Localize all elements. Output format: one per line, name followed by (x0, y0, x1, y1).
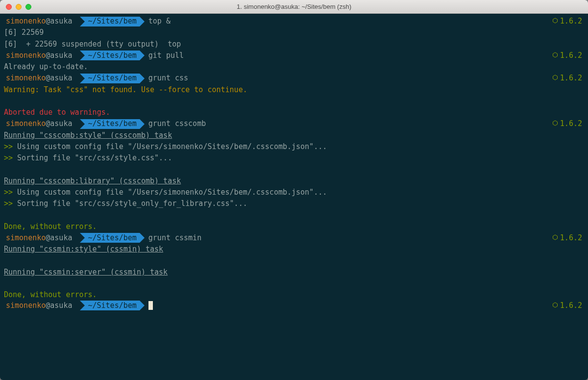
cursor (148, 301, 153, 310)
version-badge: 1.6.2 (552, 300, 582, 311)
hexagon-icon (552, 73, 558, 84)
prompt-path: ~/Sites/bem (80, 301, 139, 310)
prompt-line: simonenko@asuka~/Sites/bemgrunt cssmin1.… (4, 232, 584, 244)
command-text: git pull (148, 50, 184, 61)
version-badge: 1.6.2 (552, 50, 582, 61)
svg-marker-5 (553, 303, 557, 307)
output-line: Already up-to-date. (4, 61, 584, 73)
prompt-path: ~/Sites/bem (80, 233, 139, 243)
command-text: grunt css (148, 73, 188, 84)
hexagon-icon (552, 50, 558, 61)
prompt-line: simonenko@asuka~/Sites/bemgrunt csscomb1… (4, 118, 584, 129)
version-badge: 1.6.2 (552, 16, 582, 27)
blank-line (4, 255, 584, 266)
arrow-prefix: >> (4, 153, 13, 162)
prompt-path: ~/Sites/bem (80, 74, 139, 83)
traffic-lights (0, 4, 31, 10)
output-line: >> Using custom config file "/Users/simo… (4, 141, 584, 152)
command-text: grunt cssmin (148, 232, 201, 244)
blank-line (4, 278, 584, 289)
blank-line (4, 209, 584, 221)
arrow-prefix: >> (4, 199, 13, 208)
output-line: Aborted due to warnings. (4, 107, 584, 118)
prompt-line: simonenko@asuka~/Sites/bem1.6.2 (4, 301, 584, 310)
version-text: 1.6.2 (560, 300, 582, 311)
svg-marker-0 (553, 18, 557, 23)
prompt-line: simonenko@asuka~/Sites/bemgit pull1.6.2 (4, 50, 584, 61)
svg-marker-4 (553, 235, 557, 240)
output-line: Done, without errors. (4, 221, 584, 232)
blank-line (4, 164, 584, 175)
prompt-user-host: simonenko@asuka (4, 233, 75, 243)
output-line: Warning: Task "css" not found. Use --for… (4, 84, 584, 96)
output-line: >> Sorting file "src/css/style.css"... (4, 152, 584, 164)
version-badge: 1.6.2 (552, 118, 582, 129)
command-text: top & (148, 16, 171, 27)
zoom-icon[interactable] (25, 4, 31, 10)
output-line: Running "cssmin:style" (cssmin) task (4, 244, 584, 255)
version-badge: 1.6.2 (552, 232, 582, 244)
prompt-path: ~/Sites/bem (80, 17, 139, 26)
prompt-user-host: simonenko@asuka (4, 17, 75, 26)
close-icon[interactable] (6, 4, 12, 10)
version-text: 1.6.2 (560, 73, 582, 84)
hexagon-icon (552, 118, 558, 129)
blank-line (4, 96, 584, 107)
svg-marker-2 (553, 75, 557, 80)
minimize-icon[interactable] (16, 4, 22, 10)
terminal-body[interactable]: simonenko@asuka~/Sites/bemtop &1.6.2[6] … (0, 14, 588, 380)
output-line: Running "csscomb:style" (csscomb) task (4, 130, 584, 141)
version-text: 1.6.2 (560, 232, 582, 244)
hexagon-icon (552, 300, 558, 311)
prompt-user-host: simonenko@asuka (4, 51, 75, 60)
version-text: 1.6.2 (560, 16, 582, 27)
prompt-path: ~/Sites/bem (80, 51, 139, 60)
output-line: Running "cssmin:server" (cssmin) task (4, 267, 584, 278)
prompt-user-host: simonenko@asuka (4, 74, 75, 83)
prompt-user-host: simonenko@asuka (4, 301, 75, 310)
prompt-line: simonenko@asuka~/Sites/bemtop &1.6.2 (4, 16, 584, 27)
hexagon-icon (552, 232, 558, 244)
version-text: 1.6.2 (560, 118, 582, 129)
output-line: >> Using custom config file "/Users/simo… (4, 187, 584, 198)
version-badge: 1.6.2 (552, 73, 582, 84)
output-line: Done, without errors. (4, 289, 584, 301)
svg-marker-1 (553, 52, 557, 57)
prompt-path: ~/Sites/bem (80, 119, 139, 129)
output-line: >> Sorting file "src/css/style_only_for_… (4, 198, 584, 209)
command-text: grunt csscomb (148, 118, 206, 129)
hexagon-icon (552, 16, 558, 27)
arrow-prefix: >> (4, 188, 13, 197)
version-text: 1.6.2 (560, 50, 582, 61)
terminal-window: 1. simonenko@asuka: ~/Sites/bem (zsh) si… (0, 0, 588, 380)
prompt-line: simonenko@asuka~/Sites/bemgrunt css1.6.2 (4, 73, 584, 84)
window-title: 1. simonenko@asuka: ~/Sites/bem (zsh) (0, 3, 588, 10)
output-line: [6] + 22569 suspended (tty output) top (4, 39, 584, 50)
arrow-prefix: >> (4, 142, 13, 151)
output-line: [6] 22569 (4, 27, 584, 38)
output-line: Running "csscomb:library" (csscomb) task (4, 176, 584, 187)
titlebar[interactable]: 1. simonenko@asuka: ~/Sites/bem (zsh) (0, 0, 588, 14)
svg-marker-3 (553, 121, 557, 126)
prompt-user-host: simonenko@asuka (4, 119, 75, 129)
